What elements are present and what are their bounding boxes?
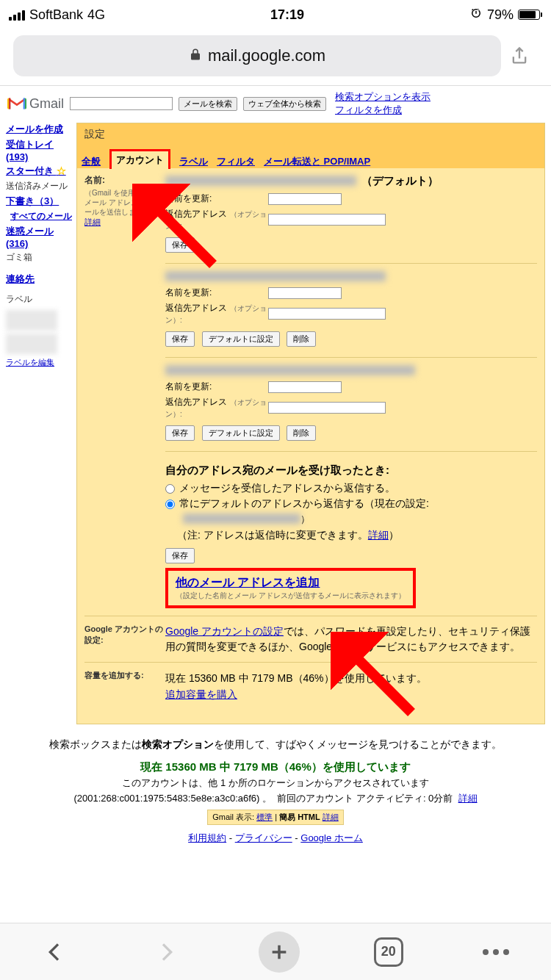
gmail-header: Gmail メールを検索 ウェブ全体から検索 検索オプションを表示 フィルタを作…	[0, 85, 551, 120]
sent-link[interactable]: 送信済みメール	[6, 180, 72, 192]
back-button[interactable]	[37, 934, 73, 970]
tab-labels[interactable]: ラベル	[179, 155, 208, 168]
google-account-label: Google アカウントの設定:	[84, 624, 165, 655]
lock-icon	[189, 46, 202, 65]
save-button-2[interactable]: 保存	[165, 331, 195, 347]
reply-radio-received[interactable]	[165, 484, 175, 494]
default-button-3[interactable]: デフォルトに設定	[202, 425, 280, 441]
trash-link[interactable]: ゴミ箱	[6, 251, 72, 264]
new-tab-button[interactable]	[259, 932, 300, 973]
google-account-link[interactable]: Google アカウントの設定	[165, 625, 284, 637]
replyto-input-2[interactable]	[268, 308, 386, 320]
tab-general[interactable]: 全般	[82, 155, 101, 168]
all-mail-link[interactable]: すべてのメール	[10, 210, 72, 223]
tabs-button[interactable]: 20	[374, 937, 403, 967]
delete-button-3[interactable]: 削除	[287, 425, 316, 441]
view-standard-link[interactable]: 標準	[256, 813, 273, 821]
alarm-icon	[469, 7, 483, 24]
tab-forwarding[interactable]: メール転送と POP/IMAP	[264, 155, 370, 168]
starred-link[interactable]: スター付き ☆	[6, 165, 72, 178]
replyto-input-3[interactable]	[268, 402, 386, 414]
create-filter-link[interactable]: フィルタを作成	[335, 104, 402, 115]
battery-pct: 79%	[487, 7, 514, 23]
add-address-hint: （設定した名前とメール アドレスが送信するメールに表示されます）	[176, 591, 406, 601]
star-icon: ☆	[57, 165, 66, 176]
forward-button[interactable]	[148, 934, 184, 970]
add-address-link[interactable]: 他のメール アドレスを追加	[176, 576, 320, 588]
menu-button[interactable]	[478, 934, 514, 970]
google-home-link[interactable]: Google ホーム	[300, 832, 363, 843]
signal-icon	[9, 9, 25, 21]
add-address-box: 他のメール アドレスを追加 （設定した名前とメール アドレスが送信するメールに表…	[165, 568, 416, 608]
name-input-3[interactable]	[268, 381, 342, 393]
save-button-3[interactable]: 保存	[165, 425, 195, 441]
settings-panel: 設定 全般 アカウント ラベル フィルタ メール転送と POP/IMAP 名前:…	[76, 123, 545, 724]
tab-accounts[interactable]: アカウント	[109, 149, 170, 169]
buy-storage-link[interactable]: 追加容量を購入	[165, 688, 237, 700]
search-options-link[interactable]: 検索オプションを表示	[335, 91, 431, 102]
reply-radio-default[interactable]	[165, 500, 175, 509]
name-detail-link[interactable]: 詳細	[84, 217, 101, 226]
sidebar: メールを作成 受信トレイ (193) スター付き ☆ 送信済みメール 下書き（3…	[6, 123, 72, 724]
name-input-1[interactable]	[268, 193, 342, 205]
name-section-label: 名前: （Gmail を使用して他のメール アドレスからメールを送信します） 詳…	[84, 174, 165, 608]
search-mail-button[interactable]: メールを検索	[179, 97, 237, 111]
browser-toolbar: 20	[0, 923, 551, 980]
gmail-brand-text: Gmail	[29, 96, 64, 112]
save-button-1[interactable]: 保存	[165, 237, 195, 253]
status-bar: SoftBank 4G 17:19 79%	[0, 0, 551, 29]
terms-link[interactable]: 利用規約	[188, 832, 226, 843]
footer-usage: 現在 15360 MB 中 7179 MB（46%）を使用しています	[22, 758, 529, 776]
search-input[interactable]	[70, 97, 173, 110]
view-detail-link[interactable]: 詳細	[323, 813, 339, 821]
label-list	[6, 310, 72, 354]
url-bar[interactable]: mail.google.com	[13, 35, 501, 76]
privacy-link[interactable]: プライバシー	[235, 832, 292, 843]
reply-section-title: 自分のアドレス宛のメールを受け取ったとき:	[165, 464, 537, 478]
settings-tabs: 全般 アカウント ラベル フィルタ メール転送と POP/IMAP	[77, 145, 544, 168]
edit-labels-link[interactable]: ラベルを編集	[6, 357, 72, 368]
activity-detail-link[interactable]: 詳細	[458, 793, 478, 804]
search-web-button[interactable]: ウェブ全体から検索	[243, 97, 326, 111]
replyto-input-1[interactable]	[268, 214, 386, 226]
view-mode: Gmail 表示: 標準 | 簡易 HTML 詳細	[207, 810, 344, 826]
footer: 検索ボックスまたは検索オプションを使用して、すばやくメッセージを見つけることがで…	[0, 727, 551, 855]
battery-icon	[518, 10, 542, 20]
clock: 17:19	[270, 7, 304, 23]
delete-button-2[interactable]: 削除	[287, 331, 316, 347]
reply-note-detail-link[interactable]: 詳細	[368, 529, 389, 541]
browser-url-bar-area: mail.google.com	[0, 29, 551, 85]
contacts-link[interactable]: 連絡先	[6, 273, 72, 286]
share-button[interactable]	[501, 46, 538, 66]
tab-filters[interactable]: フィルタ	[217, 155, 255, 168]
save-button-reply[interactable]: 保存	[165, 548, 195, 563]
spam-link[interactable]: 迷惑メール (316)	[6, 225, 72, 249]
name-input-2[interactable]	[268, 287, 342, 299]
url-text: mail.google.com	[208, 46, 325, 65]
default-button-2[interactable]: デフォルトに設定	[202, 331, 280, 347]
inbox-link[interactable]: 受信トレイ (193)	[6, 138, 72, 162]
settings-title: 設定	[77, 123, 544, 145]
carrier-label: SoftBank	[29, 7, 83, 23]
gmail-logo[interactable]: Gmail	[7, 96, 64, 112]
compose-link[interactable]: メールを作成	[6, 123, 72, 136]
labels-heading: ラベル	[6, 293, 72, 306]
storage-label: 容量を追加する:	[84, 670, 165, 703]
network-label: 4G	[87, 7, 105, 23]
default-badge: （デフォルト）	[361, 174, 439, 187]
drafts-link[interactable]: 下書き（3）	[6, 195, 72, 208]
